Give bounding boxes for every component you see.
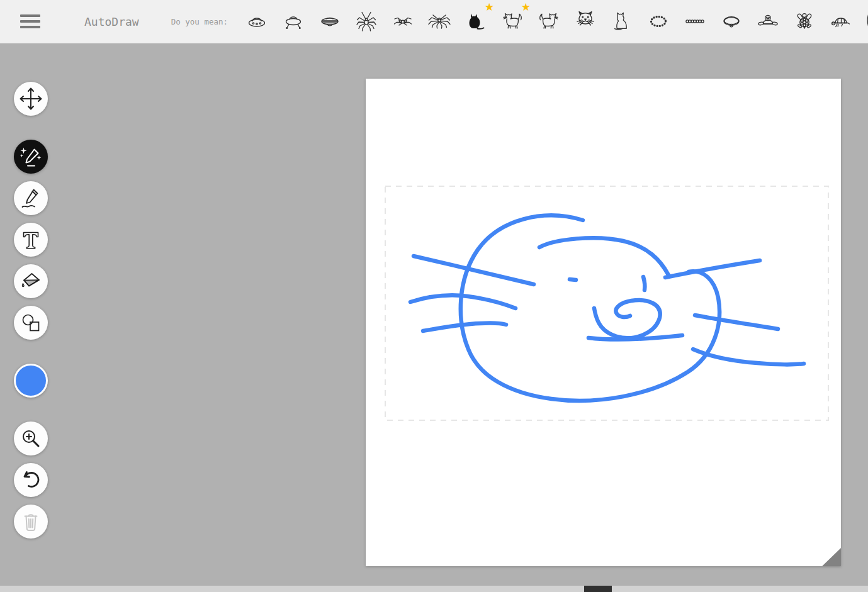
topbar: AutoDraw Do you mean: ★★ (0, 0, 868, 43)
drawing-stroke-whisker-right-2 (695, 315, 778, 329)
suggestion-beads[interactable] (682, 9, 707, 34)
drawing-stroke-head-outline (461, 216, 719, 401)
star-badge-icon: ★ (521, 2, 531, 13)
hamburger-icon (20, 14, 40, 17)
drawing-stroke-eye-right (643, 277, 645, 290)
drawing-stroke-whisker-right-1 (665, 260, 760, 277)
suggestion-sea-turtle-top[interactable] (792, 9, 817, 34)
necklace-icon (646, 9, 671, 34)
scrollbar-thumb[interactable] (584, 586, 612, 592)
drawing-stroke-whisker-left-2 (410, 295, 516, 308)
suggestion-prompt: Do you mean: (171, 17, 228, 26)
type-tool-button[interactable] (14, 223, 48, 257)
user-drawing (366, 79, 841, 566)
drawing-stroke-eye-left (570, 279, 576, 280)
trash-icon (14, 505, 48, 539)
pencil-icon (14, 181, 48, 215)
sea-turtle-front-icon (755, 9, 781, 34)
undo-button[interactable] (14, 463, 48, 497)
suggestion-cat-walking[interactable]: ★ (500, 9, 525, 34)
shape-tool-button[interactable] (14, 306, 48, 340)
app-title: AutoDraw (84, 15, 139, 28)
page-fold-corner-icon (822, 548, 841, 566)
suggestion-ant[interactable] (390, 9, 415, 34)
bracelet-icon (719, 9, 744, 34)
ant-icon (390, 9, 415, 34)
selection-box (385, 186, 828, 420)
zoom-tool-button[interactable] (14, 422, 48, 455)
suggestion-shell[interactable] (865, 9, 868, 34)
suggestion-mosquito[interactable] (427, 9, 452, 34)
delete-button[interactable] (14, 505, 48, 539)
horizontal-scrollbar[interactable] (0, 586, 868, 592)
menu-button[interactable] (20, 11, 40, 31)
ufo-icon (244, 9, 269, 34)
cat-sitting-icon (609, 9, 634, 34)
star-badge-icon: ★ (485, 2, 494, 13)
suggestion-bar: ★★ (244, 9, 868, 34)
suggestion-saucer[interactable] (317, 9, 342, 34)
suggestion-bracelet[interactable] (719, 9, 744, 34)
drawing-stroke-head-top-arc (539, 238, 668, 275)
color-swatch-button[interactable] (14, 364, 48, 398)
select-tool-button[interactable] (14, 82, 48, 116)
move-icon (14, 82, 48, 116)
mosquito-icon (427, 9, 452, 34)
suggestion-cat-sitting[interactable] (609, 9, 634, 34)
shapes-icon (14, 306, 48, 340)
shell-icon (865, 9, 868, 34)
suggestion-cat-silhouette[interactable]: ★ (463, 9, 488, 34)
cat-icon (536, 9, 561, 34)
beads-icon (682, 9, 707, 34)
suggestion-spider[interactable] (354, 9, 379, 34)
undo-arrow-icon (14, 463, 48, 497)
drawing-stroke-nose-loop (594, 300, 660, 338)
text-icon (14, 223, 48, 257)
suggestion-necklace[interactable] (646, 9, 671, 34)
spider-icon (354, 9, 379, 34)
paint-bucket-icon (14, 264, 48, 298)
fill-tool-button[interactable] (14, 264, 48, 298)
autodraw-tool-button[interactable] (14, 140, 48, 174)
magnifier-icon (14, 422, 48, 455)
cat-face-icon (573, 9, 598, 34)
suggestion-cat-face[interactable] (573, 9, 598, 34)
suggestion-ufo[interactable] (244, 9, 269, 34)
suggestion-flying-saucer[interactable] (281, 9, 306, 34)
suggestion-sea-turtle-front[interactable] (755, 9, 781, 34)
suggestion-cat[interactable] (536, 9, 561, 34)
flying-saucer-icon (281, 9, 306, 34)
draw-tool-button[interactable] (14, 181, 48, 215)
sea-turtle-top-icon (792, 9, 817, 34)
saucer-icon (317, 9, 342, 34)
suggestion-sea-turtle-side[interactable] (828, 9, 854, 34)
sea-turtle-side-icon (828, 9, 854, 34)
magic-pencil-icon (14, 140, 48, 174)
drawing-canvas[interactable] (366, 79, 841, 566)
